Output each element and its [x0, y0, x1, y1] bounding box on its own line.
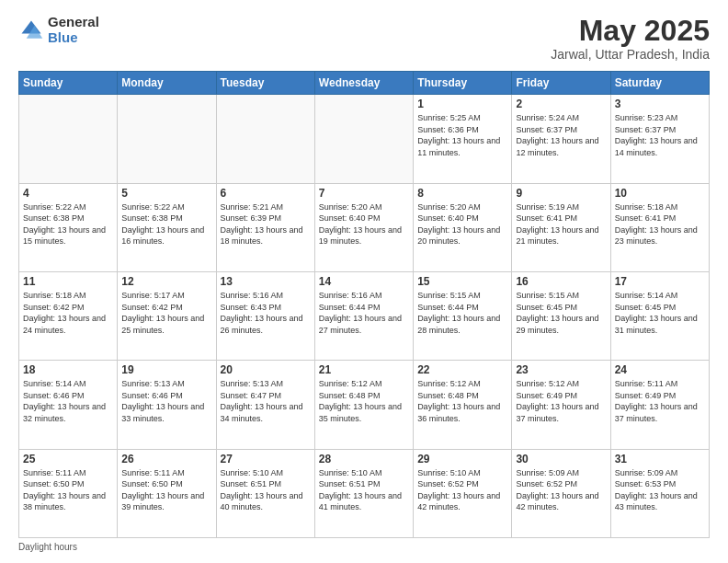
cell-4-5: 30Sunrise: 5:09 AMSunset: 6:52 PMDayligh…: [512, 449, 610, 537]
cell-info: Sunrise: 5:10 AMSunset: 6:51 PMDaylight:…: [319, 467, 409, 513]
day-number: 3: [615, 98, 705, 110]
cell-info: Sunrise: 5:22 AMSunset: 6:38 PMDaylight:…: [23, 201, 113, 247]
day-number: 20: [221, 363, 311, 376]
cell-info: Sunrise: 5:18 AMSunset: 6:42 PMDaylight:…: [23, 290, 113, 336]
cell-0-5: 2Sunrise: 5:24 AMSunset: 6:37 PMDaylight…: [512, 95, 610, 183]
cell-2-3: 14Sunrise: 5:16 AMSunset: 6:44 PMDayligh…: [314, 271, 413, 360]
header-wednesday: Wednesday: [314, 72, 413, 95]
calendar-header-row: SundayMondayTuesdayWednesdayThursdayFrid…: [19, 72, 710, 95]
logo-blue-label: Blue: [48, 30, 99, 46]
day-number: 16: [516, 275, 606, 288]
cell-info: Sunrise: 5:12 AMSunset: 6:48 PMDaylight:…: [417, 378, 507, 424]
month-title: May 2025: [551, 15, 710, 47]
day-number: 12: [121, 275, 211, 288]
cell-3-3: 21Sunrise: 5:12 AMSunset: 6:48 PMDayligh…: [314, 361, 413, 449]
header: General Blue May 2025 Jarwal, Uttar Prad…: [18, 15, 710, 62]
cell-1-1: 5Sunrise: 5:22 AMSunset: 6:38 PMDaylight…: [118, 183, 216, 271]
week-row-5: 25Sunrise: 5:11 AMSunset: 6:50 PMDayligh…: [19, 449, 710, 537]
cell-1-5: 9Sunrise: 5:19 AMSunset: 6:41 PMDaylight…: [512, 183, 610, 271]
page: General Blue May 2025 Jarwal, Uttar Prad…: [0, 0, 728, 563]
footer-note: Daylight hours: [18, 542, 710, 552]
cell-info: Sunrise: 5:11 AMSunset: 6:49 PMDaylight:…: [615, 378, 705, 424]
cell-info: Sunrise: 5:13 AMSunset: 6:46 PMDaylight:…: [121, 378, 211, 424]
week-row-2: 4Sunrise: 5:22 AMSunset: 6:38 PMDaylight…: [19, 183, 710, 271]
header-monday: Monday: [118, 72, 216, 95]
cell-3-1: 19Sunrise: 5:13 AMSunset: 6:46 PMDayligh…: [118, 361, 216, 449]
day-number: 25: [23, 453, 113, 465]
day-number: 28: [319, 453, 409, 465]
day-number: 27: [221, 453, 311, 465]
cell-info: Sunrise: 5:11 AMSunset: 6:50 PMDaylight:…: [121, 467, 211, 513]
logo: General Blue: [18, 15, 99, 45]
cell-3-5: 23Sunrise: 5:12 AMSunset: 6:49 PMDayligh…: [512, 361, 610, 449]
day-number: 8: [417, 187, 507, 200]
cell-4-3: 28Sunrise: 5:10 AMSunset: 6:51 PMDayligh…: [314, 449, 413, 537]
cell-0-6: 3Sunrise: 5:23 AMSunset: 6:37 PMDaylight…: [610, 95, 709, 183]
cell-info: Sunrise: 5:16 AMSunset: 6:44 PMDaylight:…: [319, 290, 409, 336]
cell-info: Sunrise: 5:25 AMSunset: 6:36 PMDaylight:…: [417, 112, 507, 158]
cell-info: Sunrise: 5:21 AMSunset: 6:39 PMDaylight:…: [221, 201, 311, 247]
cell-info: Sunrise: 5:12 AMSunset: 6:49 PMDaylight:…: [516, 378, 606, 424]
cell-info: Sunrise: 5:17 AMSunset: 6:42 PMDaylight:…: [121, 290, 211, 336]
cell-info: Sunrise: 5:14 AMSunset: 6:45 PMDaylight:…: [615, 290, 705, 336]
cell-3-2: 20Sunrise: 5:13 AMSunset: 6:47 PMDayligh…: [216, 361, 314, 449]
cell-0-2: [216, 95, 314, 183]
cell-3-6: 24Sunrise: 5:11 AMSunset: 6:49 PMDayligh…: [610, 361, 709, 449]
cell-0-1: [118, 95, 216, 183]
location: Jarwal, Uttar Pradesh, India: [551, 47, 710, 62]
cell-2-2: 13Sunrise: 5:16 AMSunset: 6:43 PMDayligh…: [216, 271, 314, 360]
day-number: 30: [516, 453, 606, 465]
day-number: 19: [121, 363, 211, 376]
day-number: 4: [23, 187, 113, 200]
cell-1-2: 6Sunrise: 5:21 AMSunset: 6:39 PMDaylight…: [216, 183, 314, 271]
cell-2-0: 11Sunrise: 5:18 AMSunset: 6:42 PMDayligh…: [19, 271, 118, 360]
day-number: 24: [615, 363, 705, 376]
cell-4-1: 26Sunrise: 5:11 AMSunset: 6:50 PMDayligh…: [118, 449, 216, 537]
day-number: 26: [121, 453, 211, 465]
day-number: 9: [516, 187, 606, 200]
cell-info: Sunrise: 5:13 AMSunset: 6:47 PMDaylight:…: [221, 378, 311, 424]
cell-1-6: 10Sunrise: 5:18 AMSunset: 6:41 PMDayligh…: [610, 183, 709, 271]
day-number: 22: [417, 363, 507, 376]
cell-info: Sunrise: 5:11 AMSunset: 6:50 PMDaylight:…: [23, 467, 113, 513]
header-friday: Friday: [512, 72, 610, 95]
cell-info: Sunrise: 5:09 AMSunset: 6:53 PMDaylight:…: [615, 467, 705, 513]
week-row-1: 1Sunrise: 5:25 AMSunset: 6:36 PMDaylight…: [19, 95, 710, 183]
day-number: 1: [417, 98, 507, 110]
cell-0-0: [19, 95, 118, 183]
cell-info: Sunrise: 5:16 AMSunset: 6:43 PMDaylight:…: [221, 290, 311, 336]
cell-4-6: 31Sunrise: 5:09 AMSunset: 6:53 PMDayligh…: [610, 449, 709, 537]
day-number: 13: [221, 275, 311, 288]
cell-info: Sunrise: 5:10 AMSunset: 6:52 PMDaylight:…: [417, 467, 507, 513]
cell-info: Sunrise: 5:15 AMSunset: 6:44 PMDaylight:…: [417, 290, 507, 336]
day-number: 21: [319, 363, 409, 376]
cell-info: Sunrise: 5:20 AMSunset: 6:40 PMDaylight:…: [319, 201, 409, 247]
title-block: May 2025 Jarwal, Uttar Pradesh, India: [551, 15, 710, 62]
day-number: 15: [417, 275, 507, 288]
cell-info: Sunrise: 5:24 AMSunset: 6:37 PMDaylight:…: [516, 112, 606, 158]
day-number: 6: [221, 187, 311, 200]
logo-general-label: General: [48, 15, 99, 30]
cell-4-0: 25Sunrise: 5:11 AMSunset: 6:50 PMDayligh…: [19, 449, 118, 537]
cell-1-3: 7Sunrise: 5:20 AMSunset: 6:40 PMDaylight…: [314, 183, 413, 271]
cell-info: Sunrise: 5:22 AMSunset: 6:38 PMDaylight:…: [121, 201, 211, 247]
cell-info: Sunrise: 5:23 AMSunset: 6:37 PMDaylight:…: [615, 112, 705, 158]
cell-1-4: 8Sunrise: 5:20 AMSunset: 6:40 PMDaylight…: [414, 183, 512, 271]
cell-info: Sunrise: 5:09 AMSunset: 6:52 PMDaylight:…: [516, 467, 606, 513]
cell-4-4: 29Sunrise: 5:10 AMSunset: 6:52 PMDayligh…: [414, 449, 512, 537]
cell-0-4: 1Sunrise: 5:25 AMSunset: 6:36 PMDaylight…: [414, 95, 512, 183]
week-row-3: 11Sunrise: 5:18 AMSunset: 6:42 PMDayligh…: [19, 271, 710, 360]
cell-info: Sunrise: 5:15 AMSunset: 6:45 PMDaylight:…: [516, 290, 606, 336]
cell-3-0: 18Sunrise: 5:14 AMSunset: 6:46 PMDayligh…: [19, 361, 118, 449]
cell-info: Sunrise: 5:10 AMSunset: 6:51 PMDaylight:…: [221, 467, 311, 513]
day-number: 10: [615, 187, 705, 200]
logo-text: General Blue: [48, 15, 99, 45]
day-number: 5: [121, 187, 211, 200]
cell-3-4: 22Sunrise: 5:12 AMSunset: 6:48 PMDayligh…: [414, 361, 512, 449]
cell-0-3: [314, 95, 413, 183]
cell-2-4: 15Sunrise: 5:15 AMSunset: 6:44 PMDayligh…: [414, 271, 512, 360]
cell-4-2: 27Sunrise: 5:10 AMSunset: 6:51 PMDayligh…: [216, 449, 314, 537]
cell-2-6: 17Sunrise: 5:14 AMSunset: 6:45 PMDayligh…: [610, 271, 709, 360]
cell-2-5: 16Sunrise: 5:15 AMSunset: 6:45 PMDayligh…: [512, 271, 610, 360]
cell-1-0: 4Sunrise: 5:22 AMSunset: 6:38 PMDaylight…: [19, 183, 118, 271]
